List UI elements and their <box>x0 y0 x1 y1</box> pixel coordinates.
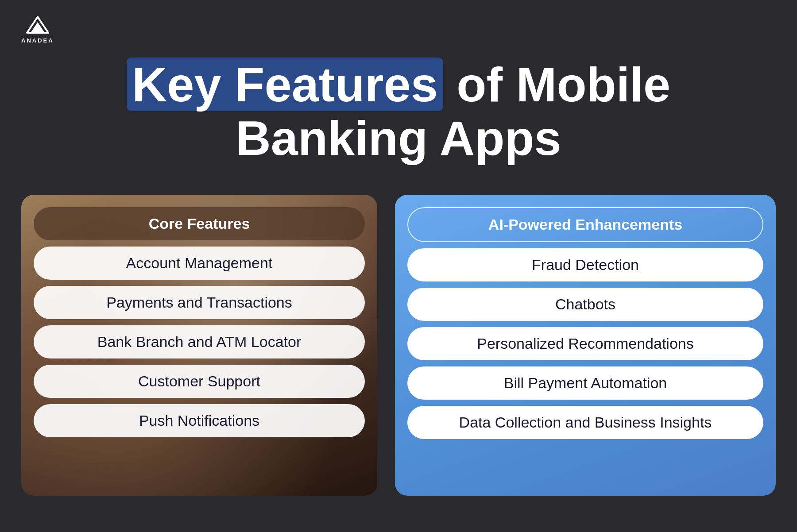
feature-bill-payment-automation: Bill Payment Automation <box>407 366 763 400</box>
card-left-content: Core Features Account Management Payment… <box>21 195 377 496</box>
ai-features-header: AI-Powered Enhancements <box>407 207 763 242</box>
anadea-logo-icon <box>26 16 49 35</box>
title-line2: Banking Apps <box>0 111 797 165</box>
core-features-card: Core Features Account Management Payment… <box>21 195 377 496</box>
core-features-header: Core Features <box>34 207 365 240</box>
feature-push-notifications: Push Notifications <box>34 404 365 437</box>
feature-customer-support: Customer Support <box>34 365 365 398</box>
title-line1: Key Features of Mobile <box>0 58 797 111</box>
logo-area: ANADEA <box>21 16 54 44</box>
title-highlight: Key Features <box>127 58 443 111</box>
feature-personalized-recommendations: Personalized Recommendations <box>407 327 763 360</box>
feature-data-collection: Data Collection and Business Insights <box>407 406 763 439</box>
ai-features-card: AI-Powered Enhancements Fraud Detection … <box>395 195 776 496</box>
title-rest-line1: of Mobile <box>443 57 670 112</box>
feature-bank-atm-locator: Bank Branch and ATM Locator <box>34 325 365 359</box>
feature-account-management: Account Management <box>34 247 365 280</box>
feature-fraud-detection: Fraud Detection <box>407 248 763 281</box>
logo-text: ANADEA <box>21 37 54 44</box>
cards-container: Core Features Account Management Payment… <box>21 195 776 496</box>
feature-chatbots: Chatbots <box>407 288 763 321</box>
main-title: Key Features of Mobile Banking Apps <box>0 58 797 165</box>
feature-payments-transactions: Payments and Transactions <box>34 286 365 319</box>
